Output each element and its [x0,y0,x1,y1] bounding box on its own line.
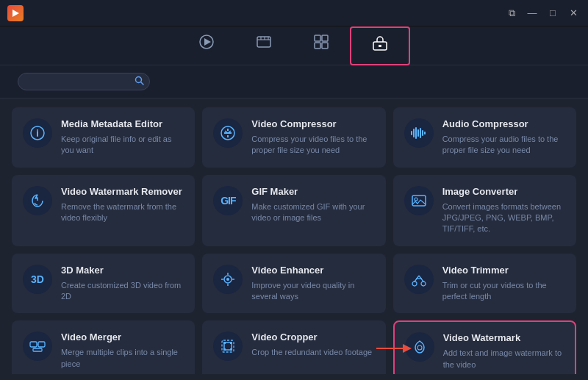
tab-converter[interactable] [178,26,235,65]
tool-info-video-enhancer: Video Enhancer Improve your video qualit… [251,265,374,303]
nav-tabs [0,26,588,65]
svg-rect-51 [223,348,226,351]
window-controls: ⧉ — □ ✕ [504,6,581,21]
tool-icon-audio-compressor [404,118,434,148]
tool-icon-video-watermark [405,332,434,362]
tool-card-video-trimmer[interactable]: Video Trimmer Trim or cut your videos to… [393,254,576,314]
tool-icon-media-metadata-editor [23,118,52,148]
svg-point-39 [421,282,426,286]
svg-rect-9 [322,35,328,41]
tool-icon-video-enhancer [213,265,243,294]
window-maximize-btn[interactable]: □ [545,6,560,21]
tool-icon-image-converter [404,186,434,215]
titlebar: ⧉ — □ ✕ [0,0,588,26]
svg-rect-24 [413,129,415,137]
svg-rect-50 [230,342,232,344]
svg-rect-10 [315,43,320,49]
svg-rect-29 [424,132,426,135]
svg-rect-13 [379,45,381,47]
tool-icon-3d-maker: 3D [23,265,52,294]
tool-desc-video-watermark: Add text and image watermark to the vide… [443,348,564,370]
tool-desc-3d-maker: Create customized 3D video from 2D [61,280,184,303]
toolbox-icon [372,35,388,54]
search-icon[interactable] [135,76,144,87]
tool-desc-video-compressor: Compress your video files to the proper … [251,134,374,157]
tool-desc-video-watermark-remover: Remove the watermark from the video flex… [61,201,184,224]
search-bar [0,65,588,98]
tool-card-video-merger[interactable]: Video Merger Merge multiple clips into a… [12,320,195,374]
tool-desc-video-enhancer: Improve your video quality in several wa… [251,280,374,303]
tool-info-video-cropper: Video Cropper Crop the redundant video f… [251,331,374,358]
tool-info-image-converter: Image Converter Convert images formats b… [442,186,565,235]
svg-point-33 [226,278,229,281]
tool-icon-gif-maker: GIF [213,186,243,215]
tools-grid: Media Metadata Editor Keep original file… [12,107,576,374]
tool-card-video-watermark-remover[interactable]: Video Watermark Remover Remove the water… [12,175,195,246]
svg-rect-28 [422,130,423,136]
tool-card-video-cropper[interactable]: Video Cropper Crop the redundant video f… [202,320,385,374]
tool-card-video-watermark[interactable]: Video Watermark Add text and image water… [393,320,576,374]
tool-card-3d-maker[interactable]: 3D 3D Maker Create customized 3D video f… [12,254,195,314]
svg-marker-0 [12,10,19,17]
tool-name-3d-maker: 3D Maker [61,265,184,277]
tool-desc-video-cropper: Crop the redundant video footage [251,347,374,358]
tool-icon-video-watermark-remover [23,186,52,215]
tool-icon-video-compressor [213,118,243,148]
converter-icon [198,34,215,52]
tool-name-video-compressor: Video Compressor [251,118,374,131]
window-minimize-btn[interactable]: — [525,6,539,21]
svg-rect-23 [411,131,412,135]
svg-rect-26 [417,129,419,137]
tool-info-media-metadata-editor: Media Metadata Editor Keep original file… [61,118,184,157]
tool-name-video-merger: Video Merger [61,331,184,344]
tool-desc-media-metadata-editor: Keep original file info or edit as you w… [61,134,184,157]
tool-desc-image-converter: Convert images formats between JPG/JPEG,… [442,201,565,235]
svg-point-18 [37,129,38,131]
svg-rect-11 [322,43,328,49]
main-content: Media Metadata Editor Keep original file… [0,98,588,374]
tool-icon-video-cropper [213,331,243,361]
tool-card-video-enhancer[interactable]: Video Enhancer Improve your video qualit… [202,254,385,314]
tool-desc-gif-maker: Make customized GIF with your video or i… [251,201,374,224]
tab-collage[interactable] [293,26,350,65]
window-tile-btn[interactable]: ⧉ [504,6,519,21]
tool-card-audio-compressor[interactable]: Audio Compressor Compress your audio fil… [393,107,576,168]
svg-rect-49 [223,342,226,344]
tool-icon-video-merger [23,331,52,361]
tool-name-image-converter: Image Converter [442,186,565,198]
tab-mv[interactable] [235,26,293,65]
svg-rect-30 [412,196,426,206]
svg-rect-8 [315,35,320,41]
tool-name-media-metadata-editor: Media Metadata Editor [61,118,184,131]
tool-info-3d-maker: 3D Maker Create customized 3D video from… [61,265,184,303]
svg-point-38 [412,282,417,286]
window-close-btn[interactable]: ✕ [566,6,581,21]
tool-name-video-watermark-remover: Video Watermark Remover [61,186,184,198]
app-logo [7,5,24,21]
svg-rect-27 [420,128,421,138]
mv-icon [256,34,272,52]
svg-point-31 [415,198,417,201]
tool-card-media-metadata-editor[interactable]: Media Metadata Editor Keep original file… [12,107,195,168]
tool-card-image-converter[interactable]: Image Converter Convert images formats b… [393,175,576,246]
collage-icon [313,34,329,52]
tool-card-gif-maker[interactable]: GIF GIF Maker Make customized GIF with y… [202,175,385,246]
tool-desc-audio-compressor: Compress your audio files to the proper … [442,134,565,157]
search-input[interactable] [18,73,150,90]
tool-info-video-trimmer: Video Trimmer Trim or cut your videos to… [442,265,565,303]
search-input-wrap [18,73,150,90]
svg-rect-25 [415,127,417,139]
tool-icon-video-trimmer [404,265,434,294]
svg-rect-52 [230,348,232,351]
svg-rect-44 [38,342,45,347]
tab-toolbox[interactable] [350,26,410,65]
tool-card-video-compressor[interactable]: Video Compressor Compress your video fil… [202,107,385,168]
tool-name-audio-compressor: Audio Compressor [442,118,565,131]
svg-marker-2 [204,38,211,46]
svg-rect-43 [30,342,37,347]
tool-name-video-enhancer: Video Enhancer [251,265,374,277]
tool-info-gif-maker: GIF Maker Make customized GIF with your … [251,186,374,224]
tool-info-video-watermark-remover: Video Watermark Remover Remove the water… [61,186,184,224]
tool-name-video-watermark: Video Watermark [443,332,564,345]
tool-name-video-cropper: Video Cropper [251,331,374,344]
